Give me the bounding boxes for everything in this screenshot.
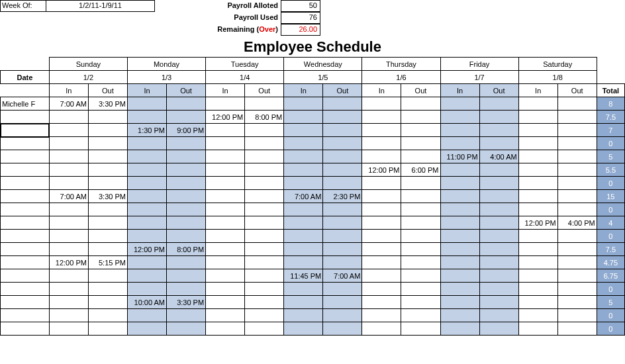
in-cell[interactable] (518, 283, 557, 296)
out-cell[interactable] (479, 296, 518, 309)
out-cell[interactable] (557, 190, 597, 203)
in-cell[interactable]: 11:00 PM (440, 150, 479, 163)
in-cell[interactable] (518, 203, 557, 216)
out-cell[interactable] (479, 203, 518, 216)
total-cell[interactable]: 5 (597, 296, 624, 309)
in-cell[interactable]: 12:00 PM (206, 111, 245, 124)
out-cell[interactable] (323, 150, 362, 163)
in-cell[interactable] (127, 216, 166, 230)
out-cell[interactable] (557, 322, 597, 336)
total-cell[interactable]: 4.75 (597, 256, 624, 269)
out-cell[interactable] (245, 150, 284, 163)
in-cell[interactable] (440, 97, 479, 111)
employee-name-cell[interactable] (1, 124, 50, 137)
in-cell[interactable]: 12:00 PM (362, 163, 401, 177)
out-cell[interactable] (88, 150, 127, 163)
out-cell[interactable] (167, 309, 206, 322)
total-cell[interactable]: 0 (597, 230, 624, 243)
total-cell[interactable]: 7.5 (597, 111, 624, 124)
out-cell[interactable]: 9:00 PM (167, 124, 206, 137)
out-cell[interactable] (479, 177, 518, 190)
in-cell[interactable] (518, 190, 557, 203)
in-cell[interactable] (440, 283, 479, 296)
in-cell[interactable] (127, 269, 166, 283)
in-cell[interactable] (206, 163, 245, 177)
in-cell[interactable] (440, 203, 479, 216)
out-cell[interactable] (401, 124, 440, 137)
out-cell[interactable]: 5:15 PM (88, 256, 127, 269)
payroll-alloted-value[interactable]: 50 (281, 0, 320, 12)
out-cell[interactable] (479, 230, 518, 243)
in-cell[interactable] (518, 243, 557, 256)
out-cell[interactable] (557, 97, 597, 111)
out-cell[interactable] (401, 283, 440, 296)
out-cell[interactable] (401, 190, 440, 203)
in-cell[interactable] (440, 230, 479, 243)
out-cell[interactable]: 8:00 PM (245, 111, 284, 124)
out-cell[interactable] (479, 97, 518, 111)
out-cell[interactable]: 3:30 PM (88, 190, 127, 203)
in-cell[interactable] (518, 111, 557, 124)
out-cell[interactable] (88, 177, 127, 190)
out-cell[interactable] (88, 203, 127, 216)
in-cell[interactable]: 11:45 PM (284, 269, 323, 283)
out-cell[interactable] (401, 203, 440, 216)
out-cell[interactable] (323, 124, 362, 137)
in-cell[interactable] (362, 97, 401, 111)
out-cell[interactable] (323, 97, 362, 111)
in-cell[interactable] (362, 243, 401, 256)
out-cell[interactable] (323, 230, 362, 243)
out-cell[interactable] (167, 203, 206, 216)
out-cell[interactable] (245, 190, 284, 203)
in-cell[interactable] (127, 203, 166, 216)
out-cell[interactable] (245, 322, 284, 336)
in-cell[interactable] (49, 309, 88, 322)
in-cell[interactable]: 7:00 AM (49, 190, 88, 203)
in-cell[interactable] (206, 269, 245, 283)
employee-name-cell[interactable] (1, 137, 50, 150)
out-cell[interactable] (479, 111, 518, 124)
total-cell[interactable]: 15 (597, 190, 624, 203)
in-cell[interactable] (518, 150, 557, 163)
in-cell[interactable] (206, 243, 245, 256)
out-cell[interactable] (167, 111, 206, 124)
out-cell[interactable]: 3:30 PM (167, 296, 206, 309)
out-cell[interactable] (557, 309, 597, 322)
out-cell[interactable] (167, 97, 206, 111)
out-cell[interactable] (88, 243, 127, 256)
employee-name-cell[interactable] (1, 111, 50, 124)
in-cell[interactable] (206, 230, 245, 243)
in-cell[interactable] (362, 269, 401, 283)
in-cell[interactable] (49, 269, 88, 283)
in-cell[interactable] (127, 163, 166, 177)
in-cell[interactable] (518, 124, 557, 137)
in-cell[interactable]: 1:30 PM (127, 124, 166, 137)
in-cell[interactable] (440, 137, 479, 150)
out-cell[interactable] (557, 163, 597, 177)
employee-name-cell[interactable] (1, 322, 50, 336)
employee-name-cell[interactable]: Michelle F (1, 97, 50, 111)
out-cell[interactable] (88, 111, 127, 124)
out-cell[interactable] (557, 124, 597, 137)
in-cell[interactable] (127, 256, 166, 269)
out-cell[interactable] (167, 150, 206, 163)
out-cell[interactable] (401, 309, 440, 322)
out-cell[interactable] (323, 111, 362, 124)
total-cell[interactable]: 0 (597, 322, 624, 336)
out-cell[interactable] (401, 216, 440, 230)
out-cell[interactable] (557, 230, 597, 243)
total-cell[interactable]: 6.75 (597, 269, 624, 283)
in-cell[interactable] (440, 296, 479, 309)
out-cell[interactable] (167, 177, 206, 190)
in-cell[interactable] (440, 190, 479, 203)
employee-name-cell[interactable] (1, 203, 50, 216)
out-cell[interactable] (245, 283, 284, 296)
out-cell[interactable] (167, 190, 206, 203)
out-cell[interactable] (245, 216, 284, 230)
employee-name-cell[interactable] (1, 256, 50, 269)
in-cell[interactable] (362, 322, 401, 336)
out-cell[interactable]: 4:00 AM (479, 150, 518, 163)
in-cell[interactable]: 12:00 PM (49, 256, 88, 269)
out-cell[interactable] (245, 243, 284, 256)
employee-name-cell[interactable] (1, 296, 50, 309)
